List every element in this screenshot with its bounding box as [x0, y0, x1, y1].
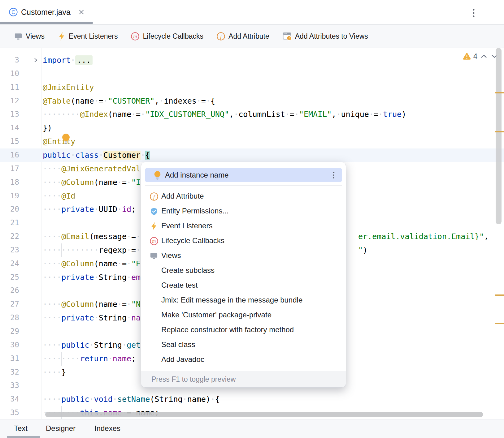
code-line-15[interactable]: 15@Entity: [0, 135, 504, 148]
code-token: ·: [159, 97, 164, 105]
bolt-icon: [58, 32, 66, 41]
code-token: get: [127, 341, 141, 350]
line-number[interactable]: 13: [0, 108, 19, 121]
menu-item-add-attribute[interactable]: fAdd Attribute: [141, 189, 346, 204]
line-number[interactable]: 3: [0, 54, 19, 67]
line-number[interactable]: 12: [0, 94, 19, 108]
toolbar-item-add-attributes-to-views[interactable]: fAdd Attributes to Views: [282, 32, 368, 41]
code-text: ············regexp·=·"): [43, 243, 141, 257]
editor-options-kebab-icon[interactable]: [469, 7, 478, 19]
code-text: @Table(name·=·"CUSTOMER",·indexes·=·{: [43, 94, 215, 108]
code-text: import·...: [43, 54, 93, 67]
line-number[interactable]: 33: [0, 379, 19, 393]
horizontal-scrollbar[interactable]: [45, 412, 483, 417]
code-token: ·: [94, 97, 99, 105]
menu-item-create-test[interactable]: Create test: [141, 278, 346, 293]
indent-guide: [61, 243, 62, 257]
code-token: ·: [71, 56, 75, 65]
code-token: ·: [127, 246, 131, 255]
toolbar-item-add-attribute[interactable]: fAdd Attribute: [216, 32, 269, 41]
code-token: ····: [43, 259, 61, 268]
code-token: (name: [71, 97, 94, 105]
code-line-10[interactable]: 10: [0, 67, 504, 81]
toolbar-item-event-listeners[interactable]: Event Listeners: [58, 32, 118, 41]
menu-item-add-javadoc[interactable]: Add Javadoc: [141, 352, 346, 367]
line-number[interactable]: 35: [0, 406, 19, 419]
stripe-warning-mark[interactable]: [495, 323, 504, 324]
close-tab-icon[interactable]: [77, 8, 85, 16]
menu-item-views[interactable]: Views: [141, 248, 346, 263]
line-number[interactable]: 28: [0, 311, 19, 325]
line-number[interactable]: 29: [0, 325, 19, 338]
line-number[interactable]: 26: [0, 284, 19, 298]
line-number[interactable]: 10: [0, 67, 19, 81]
toolbar-item-label: Add Attributes to Views: [295, 32, 368, 41]
menu-item-replace-constructor-with-factory-method[interactable]: Replace constructor with factory method: [141, 322, 346, 337]
menu-item-kebab-icon[interactable]: [329, 170, 338, 180]
code-token: (message: [89, 232, 127, 241]
code-line-13[interactable]: 13········@Index(name·=·"IDX_CUSTOMER_UN…: [0, 108, 504, 121]
line-number[interactable]: 14: [0, 121, 19, 135]
code-line-34[interactable]: 34····public·void·setName(String·name)·{: [0, 393, 504, 406]
code-token: "CUSTOMER": [108, 97, 155, 105]
line-number[interactable]: 15: [0, 135, 19, 148]
inspection-widget[interactable]: 4: [463, 52, 498, 61]
line-number[interactable]: 30: [0, 338, 19, 352]
tab-customer-java[interactable]: C Customer.java: [0, 0, 85, 24]
line-number[interactable]: 20: [0, 203, 19, 216]
warning-triangle-icon[interactable]: [463, 52, 471, 60]
menu-item-entity-permissions[interactable]: Entity Permissions...: [141, 204, 346, 218]
code-line-14[interactable]: 14}): [0, 121, 504, 135]
menu-item-event-listeners[interactable]: Event Listeners: [141, 218, 346, 233]
vertical-scrollbar[interactable]: [496, 48, 502, 224]
svg-text:C: C: [11, 9, 15, 15]
toolbar-item-views[interactable]: Views: [14, 32, 45, 41]
menu-item-make-customer-package-private[interactable]: Make 'Customer' package-private: [141, 307, 346, 322]
code-token: public: [43, 151, 71, 160]
line-number[interactable]: 27: [0, 298, 19, 311]
code-line-16[interactable]: 16public·class·Customer·{: [0, 148, 504, 162]
line-number[interactable]: 17: [0, 162, 19, 176]
stripe-warning-mark[interactable]: [495, 294, 504, 296]
menu-item-jmix-edit-message-in-the-message-bundle[interactable]: Jmix: Edit message in the message bundle: [141, 293, 346, 307]
line-number[interactable]: 21: [0, 216, 19, 230]
line-number[interactable]: 18: [0, 176, 19, 189]
ide-window: { "tab": { "icon": "classC", "title": "C…: [0, 0, 504, 438]
code-token: public: [61, 395, 89, 404]
fold-arrow-icon[interactable]: [33, 54, 39, 67]
code-line-12[interactable]: 12@Table(name·=·"CUSTOMER",·indexes·=·{: [0, 94, 504, 108]
menu-item-create-subclass[interactable]: Create subclass: [141, 263, 346, 278]
code-token: ·: [131, 110, 136, 119]
line-number[interactable]: 25: [0, 271, 19, 284]
toolbar-item-lifecycle-callbacks[interactable]: mLifecycle Callbacks: [131, 32, 203, 41]
menu-item-add-instance-name[interactable]: Add instance name: [145, 168, 342, 182]
menu-item-seal-class[interactable]: Seal class: [141, 337, 346, 352]
line-number[interactable]: 24: [0, 257, 19, 271]
intention-bulb-icon[interactable]: [61, 133, 71, 145]
mode-tab-indexes[interactable]: Indexes: [94, 419, 120, 438]
line-number[interactable]: 23: [0, 243, 19, 257]
line-number[interactable]: 22: [0, 230, 19, 243]
mode-tab-designer[interactable]: Designer: [46, 419, 76, 438]
mode-tab-text[interactable]: Text: [14, 419, 28, 438]
code-token: ·: [99, 151, 103, 160]
previous-warning-icon[interactable]: [480, 52, 488, 60]
code-line-3[interactable]: 3import·...: [0, 54, 504, 67]
code-token: =: [122, 178, 127, 187]
code-token: =: [99, 97, 103, 105]
stripe-warning-mark[interactable]: [495, 131, 504, 132]
line-number[interactable]: 19: [0, 189, 19, 203]
lifecycle-icon: m: [149, 236, 159, 246]
line-number[interactable]: 34: [0, 393, 19, 406]
code-line-11[interactable]: 11@JmixEntity: [0, 81, 504, 94]
line-number[interactable]: 31: [0, 352, 19, 366]
menu-item-lifecycle-callbacks[interactable]: mLifecycle Callbacks: [141, 233, 346, 248]
code-token: @Email: [61, 232, 89, 241]
line-number[interactable]: 16: [0, 148, 19, 162]
line-number[interactable]: 11: [0, 81, 19, 94]
stripe-warning-mark[interactable]: [495, 92, 504, 93]
indent-guide: [61, 352, 62, 366]
code-token: ·: [206, 97, 211, 105]
line-number[interactable]: 32: [0, 366, 19, 379]
code-token: "IDX_CUSTOMER_UNQ": [145, 110, 229, 119]
